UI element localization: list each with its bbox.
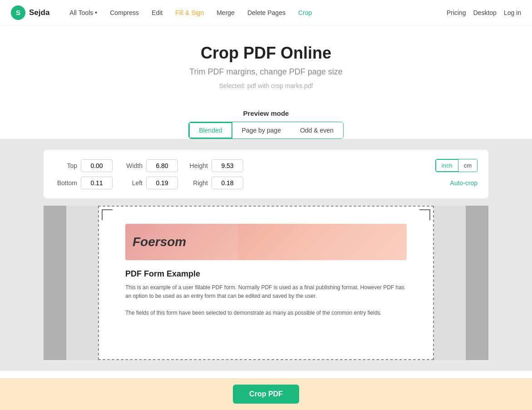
corner-tr xyxy=(419,209,430,220)
left-control: Left xyxy=(120,177,178,189)
pdf-form-title: PDF Form Example xyxy=(125,269,407,279)
controls-bottom-row: Bottom Left Right Auto-crop xyxy=(54,177,478,189)
top-label: Top xyxy=(54,162,77,169)
right-label: Right xyxy=(185,179,208,187)
bottom-control: Bottom xyxy=(54,177,113,189)
controls-top-row: Top Width Height inch cm xyxy=(54,159,478,172)
pdf-right-bar xyxy=(466,206,488,360)
nav-desktop[interactable]: Desktop xyxy=(473,9,496,16)
mode-buttons-group: Blended Page by page Odd & even xyxy=(188,122,344,139)
pdf-form-text-1: This is an example of a user fillable PD… xyxy=(125,283,407,301)
nav-right: Pricing Desktop Log in xyxy=(447,9,521,16)
logo-text: Sejda xyxy=(29,8,49,17)
width-input[interactable] xyxy=(146,159,178,172)
pdf-content: Foersom PDF Form Example This is an exam… xyxy=(98,206,434,331)
pdf-preview-wrapper: Foersom PDF Form Example This is an exam… xyxy=(44,206,488,360)
bottom-label: Bottom xyxy=(54,179,77,187)
mode-blended[interactable]: Blended xyxy=(189,122,232,138)
autocrop-button[interactable]: Auto-crop xyxy=(450,179,478,187)
height-input[interactable] xyxy=(212,159,243,172)
pdf-form-text-2: The fields of this form have been select… xyxy=(125,309,407,317)
pdf-left-bar xyxy=(44,206,66,360)
nav-edit[interactable]: Edit xyxy=(146,6,168,19)
crop-controls-panel: Top Width Height inch cm Bottom Left xyxy=(44,150,488,198)
bottom-input[interactable] xyxy=(81,177,113,189)
logo-icon: S xyxy=(11,5,25,20)
nav-delete-pages[interactable]: Delete Pages xyxy=(242,6,291,19)
logo-area[interactable]: S Sejda xyxy=(11,5,49,20)
navbar: S Sejda All Tools ▾ Compress Edit Fill &… xyxy=(0,0,532,25)
nav-links: All Tools ▾ Compress Edit Fill & Sign Me… xyxy=(64,6,446,19)
chevron-down-icon: ▾ xyxy=(95,10,97,15)
left-label: Left xyxy=(120,179,143,187)
top-control: Top xyxy=(54,159,113,172)
content-area: Top Width Height inch cm Bottom Left xyxy=(0,139,532,371)
hero-section: Crop PDF Online Trim PDF margins, change… xyxy=(0,25,532,100)
unit-inch[interactable]: inch xyxy=(436,159,458,172)
preview-mode-label: Preview mode xyxy=(0,109,532,117)
nav-all-tools[interactable]: All Tools ▾ xyxy=(64,6,103,19)
right-input[interactable] xyxy=(212,177,243,189)
mode-page-by-page[interactable]: Page by page xyxy=(232,122,291,138)
unit-buttons: inch cm xyxy=(435,159,478,172)
right-control: Right xyxy=(185,177,243,189)
height-label: Height xyxy=(185,162,208,169)
nav-crop[interactable]: Crop xyxy=(293,6,317,19)
nav-compress[interactable]: Compress xyxy=(104,6,144,19)
left-input[interactable] xyxy=(146,177,178,189)
pdf-header-decoration xyxy=(238,224,407,260)
page-title: Crop PDF Online xyxy=(9,44,523,63)
width-label: Width xyxy=(120,162,143,169)
corner-tl xyxy=(102,209,113,220)
width-control: Width xyxy=(120,159,178,172)
top-input[interactable] xyxy=(81,159,113,172)
pdf-page: Foersom PDF Form Example This is an exam… xyxy=(98,206,434,360)
hero-subtitle: Trim PDF margins, change PDF page size xyxy=(9,67,523,77)
mode-odd-even[interactable]: Odd & even xyxy=(291,122,343,138)
nav-fill-sign[interactable]: Fill & Sign xyxy=(170,6,209,19)
unit-cm[interactable]: cm xyxy=(458,160,477,171)
nav-pricing[interactable]: Pricing xyxy=(447,9,466,16)
nav-merge[interactable]: Merge xyxy=(211,6,240,19)
height-control: Height xyxy=(185,159,243,172)
selected-file: Selected: pdf with crop marks.pdf xyxy=(9,82,523,89)
pdf-logo-text: Foersom xyxy=(133,235,186,249)
nav-login[interactable]: Log in xyxy=(504,9,521,16)
preview-mode-section: Preview mode Blended Page by page Odd & … xyxy=(0,109,532,139)
pdf-header-image: Foersom xyxy=(125,224,407,260)
